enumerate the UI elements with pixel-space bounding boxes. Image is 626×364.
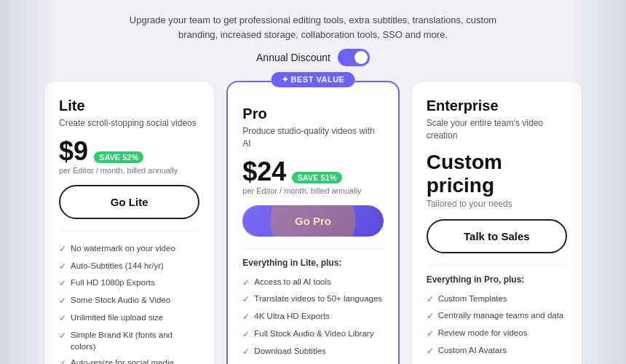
check-icon: ✓ <box>59 357 66 364</box>
pro-plan-desc: Produce studio-quality videos with AI <box>242 125 383 150</box>
lite-price: $9 <box>59 138 88 165</box>
list-item: ✓Custom AI Avatars <box>427 342 567 360</box>
toggle-label: Annual Discount <box>256 52 330 63</box>
plans-container: Lite Create scroll-stopping social video… <box>44 81 582 364</box>
enterprise-features-header: Everything in Pro, plus: <box>427 274 567 285</box>
enterprise-plan-card: Enterprise Scale your entire team's vide… <box>411 81 582 364</box>
lite-plan-card: Lite Create scroll-stopping social video… <box>44 81 215 364</box>
list-item: ✓Auto-resize for social media <box>59 355 199 364</box>
pro-price: $24 <box>242 159 286 185</box>
check-icon: ✓ <box>427 345 434 357</box>
pro-plan-name: Pro <box>242 106 383 122</box>
list-item: ✓Full HD 1080p Exports <box>59 274 199 292</box>
enterprise-feature-list: ✓Custom Templates ✓Centrally manage team… <box>427 290 567 364</box>
check-icon: ✓ <box>59 312 66 325</box>
lite-feature-list: ✓No watermark on your video ✓Auto-Subtit… <box>59 240 199 364</box>
enterprise-plan-name: Enterprise <box>427 98 567 114</box>
check-icon: ✓ <box>242 277 250 289</box>
lite-save-badge: SAVE 52% <box>94 151 143 163</box>
list-item: ✓Auto-Subtitles (144 hr/yr) <box>59 258 199 275</box>
check-icon: ✓ <box>59 277 66 290</box>
check-icon: ✓ <box>59 330 66 342</box>
enterprise-plan-desc: Scale your entire team's video creation <box>427 117 567 142</box>
list-item: ✓No watermark on your video <box>59 240 199 258</box>
list-item: ✓Some Stock Audio & Video <box>59 292 199 309</box>
list-item: ✓4K Ultra HD Exports <box>242 308 383 325</box>
check-icon: ✓ <box>427 310 434 323</box>
check-icon: ✓ <box>242 293 250 306</box>
list-item: ✓Custom Usage Limits <box>427 360 567 364</box>
toggle-row: Annual Discount <box>44 49 582 66</box>
list-item: ✓Translate videos to 50+ languages <box>242 290 383 308</box>
pro-feature-list: ✓Access to all AI tools ✓Translate video… <box>242 274 383 364</box>
lite-divider <box>59 231 199 232</box>
pro-billing: per Editor / month, billed annually <box>242 186 383 195</box>
header-section: Upgrade your team to get professional ed… <box>44 0 582 81</box>
lite-billing: per Editor / month, billed annually <box>59 166 199 175</box>
talk-to-sales-button[interactable]: Talk to Sales <box>427 219 567 253</box>
list-item: ✓Custom Templates <box>427 290 567 308</box>
list-item: ✓Full Stock Audio & Video Library <box>242 325 383 343</box>
check-icon: ✓ <box>59 261 66 273</box>
check-icon: ✓ <box>59 295 66 307</box>
lite-price-row: $9 SAVE 52% <box>59 138 199 165</box>
go-lite-button[interactable]: Go Lite <box>59 185 199 219</box>
list-item: ✓Simple Brand Kit (fonts and colors) <box>59 327 199 355</box>
list-item: ✓Access to all AI tools <box>242 274 383 291</box>
pro-divider <box>242 248 383 249</box>
best-value-badge: ✦ BEST VALUE <box>272 72 355 87</box>
list-item: ✓Full Brand Kit (images, video, audio) <box>242 360 383 364</box>
lite-plan-desc: Create scroll-stopping social videos <box>59 117 199 130</box>
header-tagline: Upgrade your team to get professional ed… <box>124 13 502 41</box>
check-icon: ✓ <box>242 311 250 323</box>
right-blur <box>568 0 626 364</box>
check-icon: ✓ <box>242 328 250 341</box>
pro-features-header: Everything in Lite, plus: <box>242 258 383 268</box>
enterprise-divider <box>427 265 567 266</box>
check-icon: ✓ <box>242 346 250 358</box>
check-icon: ✓ <box>427 293 434 306</box>
enterprise-sub: Tailored to your needs <box>427 199 567 209</box>
left-blur <box>0 0 58 364</box>
list-item: ✓Review mode for videos <box>427 325 567 342</box>
enterprise-price: Custom pricing <box>427 151 567 197</box>
pro-save-badge: SAVE 51% <box>292 172 341 183</box>
go-pro-button[interactable]: Go Pro <box>242 205 383 237</box>
pro-price-row: $24 SAVE 51% <box>242 159 383 185</box>
list-item: ✓Centrally manage teams and data <box>427 307 567 325</box>
check-icon: ✓ <box>59 243 66 256</box>
list-item: ✓Download Subtitles <box>242 343 383 360</box>
check-icon: ✓ <box>427 328 434 340</box>
lite-plan-name: Lite <box>59 98 199 114</box>
annual-discount-toggle[interactable] <box>338 49 370 66</box>
pro-plan-card: ✦ BEST VALUE Pro Produce studio-quality … <box>226 81 399 364</box>
list-item: ✓Unlimited file upload size <box>59 309 199 327</box>
